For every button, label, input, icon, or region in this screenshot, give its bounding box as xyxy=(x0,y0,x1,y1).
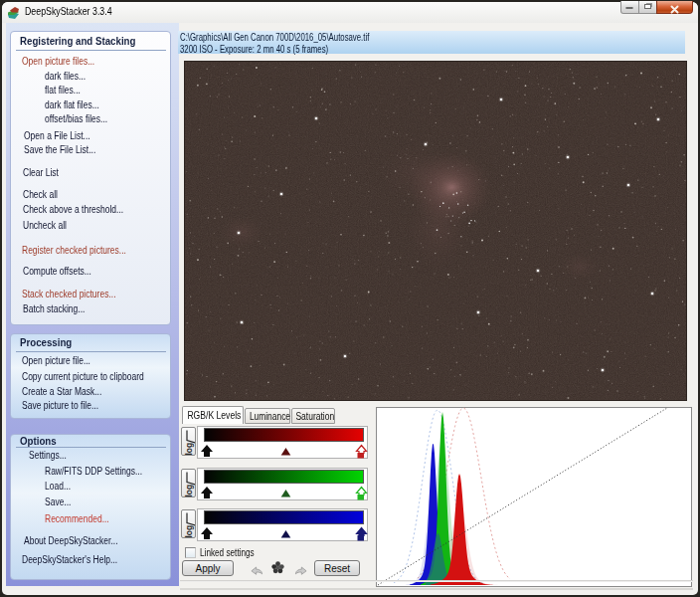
svg-text:log: log xyxy=(184,443,194,456)
svg-text:log: log xyxy=(184,525,194,538)
svg-text:log: log xyxy=(184,485,194,498)
